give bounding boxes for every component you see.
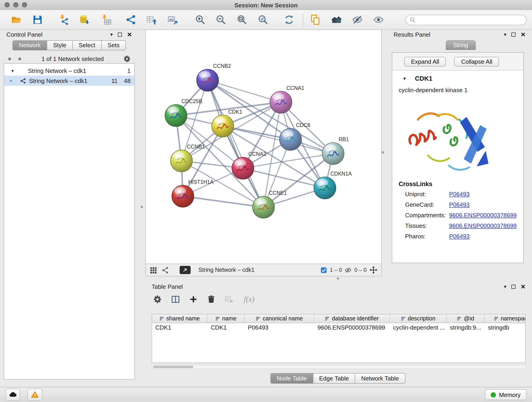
collection-disclosure-icon[interactable]: ▾ (12, 68, 17, 73)
export-image-button[interactable] (167, 14, 179, 26)
cell-description[interactable]: cyclin-dependent ... (390, 323, 447, 332)
network-collection-row[interactable]: ▾ String Network – cdk1 1 (4, 65, 134, 76)
table-settings-gear-icon[interactable] (152, 294, 163, 304)
function-builder-button[interactable]: f(x) (244, 295, 254, 304)
documents-button[interactable] (309, 14, 321, 26)
column-header-shared-name[interactable]: shared name (152, 314, 208, 323)
zoom-fit-button[interactable] (236, 14, 248, 26)
node-RB1[interactable]: RB1 (322, 136, 349, 165)
tab-edge-table[interactable]: Edge Table (313, 373, 355, 384)
zoom-window-button[interactable] (22, 2, 27, 7)
panel-menu-icon[interactable]: ▾ (504, 32, 506, 37)
tab-sets[interactable]: Sets (102, 40, 126, 51)
close-panel-icon[interactable]: ✕ (520, 32, 526, 37)
cell-namespace[interactable]: stringdb (485, 323, 526, 332)
save-session-button[interactable] (32, 14, 44, 26)
network-canvas[interactable]: CCNB2CCNA1CDC25BCDK1CDC6RB1CCNB1CCNA2CDK… (146, 30, 381, 264)
panel-menu-icon[interactable]: ▾ (504, 284, 506, 289)
detach-view-button[interactable] (180, 266, 191, 274)
bottom-splitter-handle[interactable] (337, 277, 339, 280)
cell-shared-name[interactable]: CDK1 (152, 323, 208, 332)
edge-HIST1H1A-CCNE1[interactable] (183, 196, 264, 207)
tab-network[interactable]: Network (12, 40, 47, 51)
add-column-icon[interactable] (188, 294, 198, 304)
apply-layout-button[interactable] (283, 14, 295, 26)
hide-details-button[interactable] (351, 14, 363, 26)
left-splitter-handle[interactable] (141, 206, 143, 208)
genecard-link[interactable]: P06493 (449, 201, 470, 208)
show-columns-icon[interactable] (171, 294, 181, 304)
tab-network-table[interactable]: Network Table (355, 373, 405, 384)
cell-canonical-name[interactable]: P06493 (245, 323, 314, 332)
column-header-description[interactable]: description (390, 314, 447, 323)
column-header-namespace[interactable]: namespace (485, 314, 526, 323)
delete-column-icon[interactable] (206, 294, 216, 304)
node-CDC6[interactable]: CDC6 (279, 122, 310, 150)
node-HIST1H1A[interactable]: HIST1H1A (172, 179, 214, 207)
table-horizontal-scrollbar[interactable] (152, 365, 526, 369)
network-row[interactable]: ● String Network – cdk1 11 48 (4, 76, 134, 86)
tab-node-table[interactable]: Node Table (270, 373, 313, 384)
birdseye-view-icon[interactable] (161, 266, 169, 274)
right-splitter-handle[interactable] (382, 151, 384, 153)
warnings-button[interactable] (27, 389, 42, 401)
import-database-button[interactable] (78, 14, 90, 26)
zoom-out-button[interactable] (215, 14, 227, 26)
node-CDKN1A[interactable]: CDKN1A (314, 171, 352, 199)
cloud-status-button[interactable] (6, 389, 20, 401)
expand-all-networks-icon[interactable]: » (16, 56, 23, 61)
close-panel-icon[interactable]: ✕ (127, 32, 132, 37)
pharos-link[interactable]: P06493 (449, 233, 470, 240)
close-window-button[interactable] (5, 2, 10, 7)
open-session-button[interactable] (11, 14, 22, 26)
cell-name[interactable]: CDK1 (208, 323, 245, 332)
gene-section-header[interactable]: ▾ CDK1 (392, 75, 523, 82)
collapse-all-button[interactable]: Collapse All (454, 57, 499, 66)
network-node-count: 11 (111, 77, 118, 84)
float-panel-icon[interactable] (511, 32, 515, 36)
column-header-id[interactable]: @id (447, 314, 485, 323)
float-panel-icon[interactable] (118, 32, 122, 36)
network-options-gear-icon[interactable] (123, 55, 131, 63)
tab-string[interactable]: String (446, 40, 475, 50)
tab-select[interactable]: Select (73, 40, 101, 51)
search-input[interactable] (405, 14, 526, 25)
expand-all-button[interactable]: Expand All (404, 57, 446, 66)
panel-menu-icon[interactable]: ▾ (110, 32, 113, 37)
node-CDK1[interactable]: CDK1 (212, 109, 242, 137)
import-network-button[interactable] (58, 14, 70, 26)
node-table: shared name name canonical name database… (152, 314, 526, 363)
import-table-button[interactable] (100, 14, 112, 26)
fit-content-icon[interactable] (369, 266, 378, 274)
node-CCNB2[interactable]: CCNB2 (196, 63, 231, 91)
tab-style[interactable]: Style (47, 40, 73, 51)
export-table-button[interactable] (146, 14, 158, 26)
column-header-canonical-name[interactable]: canonical name (245, 314, 314, 323)
gene-disclosure-icon[interactable]: ▾ (403, 75, 406, 81)
welcome-screen-button[interactable] (331, 14, 343, 26)
collapse-all-networks-icon[interactable]: » (7, 56, 13, 61)
column-header-database-identifier[interactable]: database identifier (314, 314, 390, 323)
zoom-selected-button[interactable] (257, 14, 269, 26)
compartments-link[interactable]: 9606.ENSP00000378699 (449, 212, 517, 219)
uniprot-link[interactable]: P06493 (449, 191, 470, 198)
search-text-field[interactable] (418, 16, 522, 23)
column-header-name[interactable]: name (208, 314, 245, 323)
float-panel-icon[interactable] (511, 284, 515, 288)
zoom-in-button[interactable] (194, 14, 206, 26)
table-row[interactable]: CDK1 CDK1 P06493 9606.ENSP00000378699 cy… (152, 323, 526, 332)
edge-CCNB2-CCNA1[interactable] (208, 80, 281, 102)
export-network-button[interactable] (125, 14, 137, 26)
cell-id[interactable]: stringdb:9... (447, 323, 485, 332)
show-details-button[interactable] (373, 14, 385, 26)
close-panel-icon[interactable]: ✕ (520, 283, 526, 289)
memory-button[interactable]: Memory (485, 389, 526, 400)
node-CCNA1[interactable]: CCNA1 (270, 85, 304, 113)
scrollbar-thumb[interactable] (153, 366, 193, 368)
tissues-link[interactable]: 9606.ENSP00000378699 (449, 222, 517, 229)
network-view-title: String Network – cdk1 (198, 267, 254, 273)
cell-database-identifier[interactable]: 9606.ENSP00000378699 (314, 323, 390, 332)
minimize-window-button[interactable] (13, 2, 18, 7)
grid-view-icon[interactable] (149, 266, 157, 274)
delete-table-icon[interactable] (224, 294, 234, 304)
